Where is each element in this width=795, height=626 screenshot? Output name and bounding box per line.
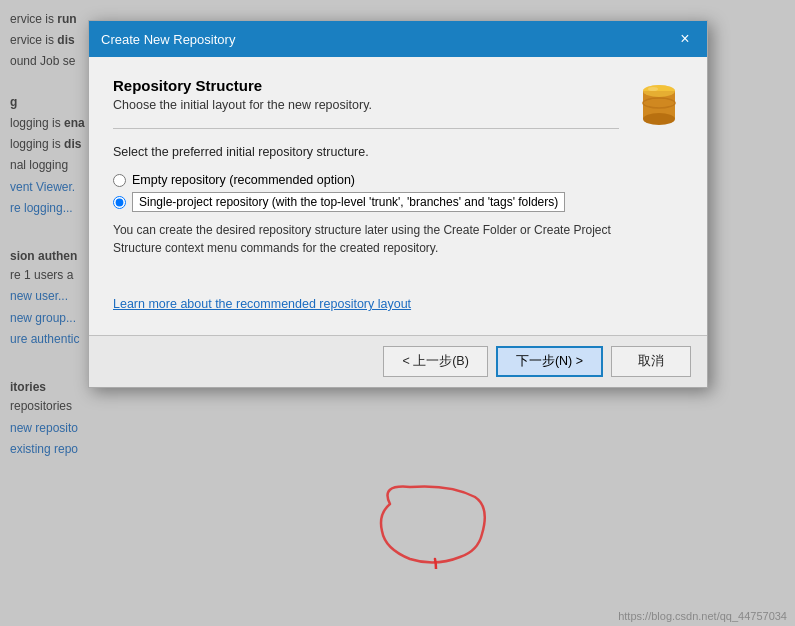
radio-single-label: Single-project repository (with the top-… [132,195,565,209]
section-subtitle: Choose the initial layout for the new re… [113,98,619,112]
description-text: You can create the desired repository st… [113,221,619,257]
svg-point-3 [643,85,675,97]
radio-option-empty[interactable]: Empty repository (recommended option) [113,173,619,187]
cancel-button[interactable]: 取消 [611,346,691,377]
button-bar: < 上一步(B) 下一步(N) > 取消 [89,335,707,387]
divider [113,128,619,129]
radio-empty-input[interactable] [113,174,126,187]
dialog-title-bar: Create New Repository × [89,21,707,57]
learn-more-link[interactable]: Learn more about the recommended reposit… [113,297,619,311]
radio-option-single[interactable]: Single-project repository (with the top-… [113,195,619,209]
radio-empty-label: Empty repository (recommended option) [132,173,355,187]
close-button[interactable]: × [675,29,695,49]
dialog-main-content: Repository Structure Choose the initial … [113,77,619,319]
dialog-icon-area [635,77,683,319]
back-button[interactable]: < 上一步(B) [383,346,487,377]
svg-point-5 [648,87,658,91]
dialog-body: Repository Structure Choose the initial … [89,57,707,335]
create-repository-dialog: Create New Repository × Repository Struc… [88,20,708,388]
next-button[interactable]: 下一步(N) > [496,346,603,377]
svg-point-2 [643,113,675,125]
radio-single-input[interactable] [113,196,126,209]
section-title: Repository Structure [113,77,619,94]
radio-single-label-outlined: Single-project repository (with the top-… [132,192,565,212]
database-icon [639,81,679,129]
instruction-text: Select the preferred initial repository … [113,145,619,159]
dialog-title: Create New Repository [101,32,235,47]
watermark: https://blog.csdn.net/qq_44757034 [618,610,787,622]
